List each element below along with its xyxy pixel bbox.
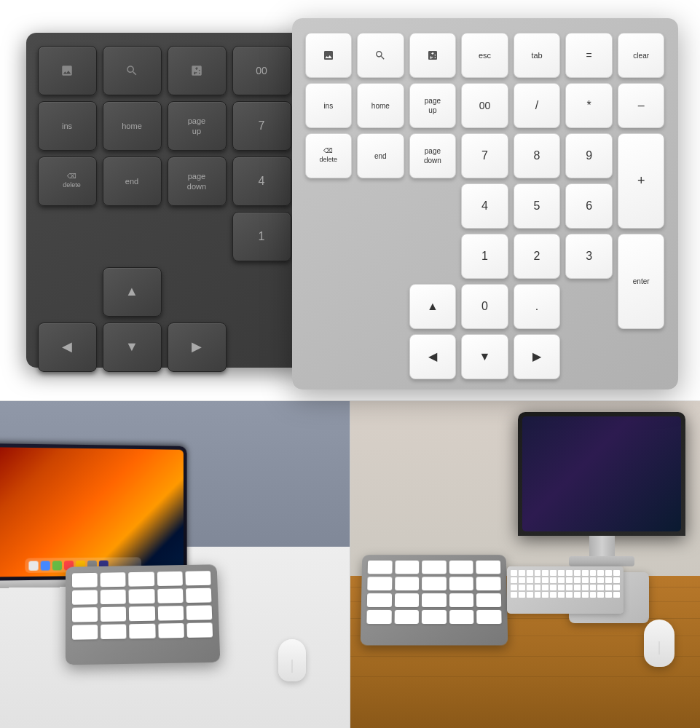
key-silver-2[interactable]: 2 (514, 234, 561, 279)
key-silver-0[interactable]: 0 (461, 284, 508, 329)
key-dark-up[interactable]: ▲ (103, 267, 162, 317)
key-silver-pageup[interactable]: pageup (409, 83, 457, 128)
key-silver-plus[interactable]: + (618, 133, 665, 229)
mk15 (186, 605, 212, 620)
rk20 (477, 610, 502, 624)
key-silver-calc[interactable] (409, 33, 457, 78)
key-dark-home[interactable]: home (103, 101, 162, 151)
rk6 (367, 577, 392, 590)
key-silver-esc[interactable]: esc (461, 33, 508, 78)
key-silver-photo[interactable] (305, 33, 353, 78)
key-dark-right[interactable]: ▶ (168, 323, 227, 372)
rk8 (422, 577, 447, 590)
key-silver-ins[interactable]: ins (305, 83, 353, 128)
key-silver-left[interactable]: ◀ (409, 334, 457, 379)
mouse-right (644, 620, 675, 667)
magic-keyboard (507, 566, 624, 614)
key-silver-delete[interactable]: ⌫delete (305, 133, 353, 178)
mk18 (130, 624, 156, 639)
mk6 (72, 590, 98, 604)
key-silver-enter[interactable]: enter (618, 234, 665, 329)
key-dark-pageup[interactable]: pageup (168, 101, 227, 151)
dock-icon-1 (28, 561, 38, 570)
key-dark-down[interactable]: ▼ (103, 323, 162, 372)
key-dark-00[interactable]: 00 (232, 46, 291, 95)
silver-key-grid: esc tab = clear ins home pageup 00 / * –… (305, 33, 665, 379)
key-silver-right[interactable]: ▶ (514, 334, 561, 379)
key-silver-3[interactable]: 3 (565, 234, 613, 279)
mk20 (186, 622, 213, 638)
key-silver-home[interactable]: home (357, 83, 404, 128)
screen-content (0, 447, 184, 577)
key-dark-left[interactable]: ◀ (38, 323, 97, 372)
key-silver-divide[interactable]: / (514, 83, 561, 128)
mk11 (72, 607, 98, 622)
key-silver-end[interactable]: end (357, 133, 404, 178)
imac-screen-inner (522, 416, 681, 531)
key-silver-search[interactable] (357, 33, 404, 78)
key-silver-dot[interactable]: . (514, 284, 561, 329)
mouse-line-left (292, 660, 293, 673)
key-silver-1[interactable]: 1 (461, 234, 508, 279)
rk19 (449, 610, 474, 624)
key-silver-5[interactable]: 5 (514, 183, 561, 229)
rk4 (449, 561, 473, 574)
key-dark-delete[interactable]: ⌫delete (38, 157, 97, 206)
mouse-left (278, 639, 306, 681)
mk1 (72, 573, 98, 587)
mk14 (157, 606, 184, 621)
dock-icon-2 (41, 561, 50, 570)
key-silver-8[interactable]: 8 (514, 133, 561, 178)
key-silver-up[interactable]: ▲ (409, 284, 457, 329)
keyboard-dark: 00 ins home pageup 7 ⌫delete end pagedow… (26, 33, 303, 368)
key-silver-clear[interactable]: clear (618, 33, 665, 78)
key-dark-search[interactable] (103, 46, 162, 95)
imac-neck (589, 536, 615, 556)
rk11 (367, 593, 392, 607)
key-dark-ins[interactable]: ins (38, 101, 97, 151)
key-dark-4[interactable]: 4 (232, 157, 291, 206)
mk8 (129, 589, 154, 604)
key-silver-tab[interactable]: tab (514, 33, 561, 78)
mk4 (157, 571, 182, 586)
key-dark-1[interactable]: 1 (232, 212, 291, 261)
key-silver-00[interactable]: 00 (461, 83, 508, 128)
key-silver-7[interactable]: 7 (461, 133, 508, 178)
mk3 (129, 572, 154, 587)
key-silver-pagedown[interactable]: pagedown (409, 133, 457, 178)
key-silver-minus[interactable]: – (618, 83, 665, 128)
rk17 (394, 610, 419, 624)
rk10 (476, 577, 501, 590)
key-dark-7[interactable]: 7 (232, 101, 291, 151)
mk12 (101, 606, 126, 622)
key-dark-calc[interactable] (168, 46, 227, 95)
key-dark-end[interactable]: end (103, 157, 162, 206)
key-silver-equals[interactable]: = (565, 33, 613, 78)
rk13 (422, 593, 447, 607)
mk17 (101, 624, 127, 639)
mk19 (158, 623, 184, 638)
mini-keypad-right (361, 555, 508, 645)
key-silver-6[interactable]: 6 (565, 183, 613, 229)
keyboard-silver: esc tab = clear ins home pageup 00 / * –… (292, 18, 678, 389)
key-silver-multiply[interactable]: * (565, 83, 613, 128)
mouse-line-right (659, 641, 660, 654)
mk13 (129, 606, 155, 622)
imac-screen (518, 412, 685, 536)
key-silver-down[interactable]: ▼ (461, 334, 508, 379)
key-silver-4[interactable]: 4 (461, 183, 508, 229)
mk9 (157, 588, 184, 603)
mk5 (185, 571, 211, 585)
bottom-section (0, 400, 700, 728)
rk3 (422, 561, 446, 574)
rk7 (395, 577, 420, 590)
key-silver-9[interactable]: 9 (565, 133, 613, 178)
key-dark-pagedown[interactable]: pagedown (168, 157, 227, 206)
laptop-screen (0, 443, 187, 581)
photo-left (0, 401, 350, 728)
keyboard-container: 00 ins home pageup 7 ⌫delete end pagedow… (15, 11, 685, 389)
rk16 (366, 610, 391, 624)
key-dark-photo[interactable] (38, 46, 97, 95)
imac (518, 412, 685, 566)
imac-base (569, 556, 634, 566)
